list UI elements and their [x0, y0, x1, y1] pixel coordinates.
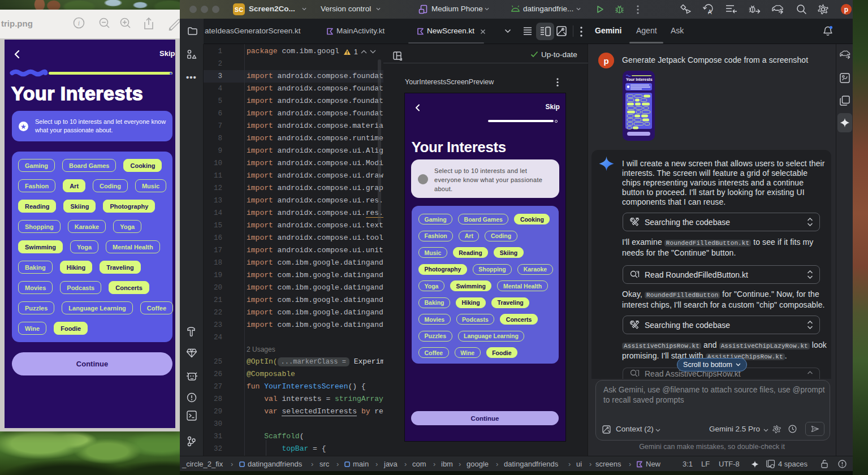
- svg-text:i: i: [78, 19, 80, 27]
- svg-text:A: A: [708, 9, 712, 15]
- svg-text:Your Interests: Your Interests: [626, 77, 653, 81]
